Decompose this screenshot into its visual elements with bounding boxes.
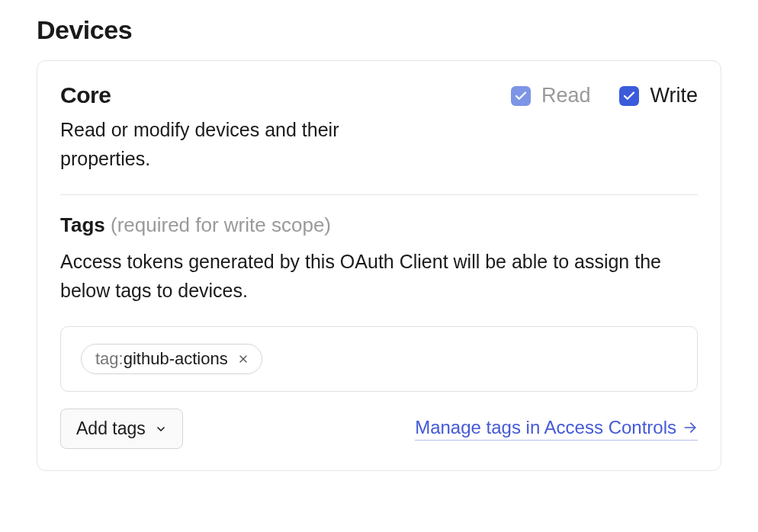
chevron-down-icon [155,423,167,435]
check-icon [622,89,636,103]
close-icon [237,353,249,365]
read-checkbox [511,86,531,106]
write-checkbox-item: Write [619,84,698,107]
write-checkbox[interactable] [619,86,639,106]
core-description: Read or modify devices and their propert… [60,116,426,173]
add-tags-label: Add tags [76,418,146,439]
actions-row: Add tags Manage tags in Access Controls [60,409,698,449]
tag-remove-button[interactable] [236,351,251,367]
arrow-right-icon [683,420,698,435]
check-icon [514,89,528,103]
core-title: Core [60,82,426,108]
tag-chip: tag:github-actions [81,344,262,374]
core-header: Core Read or modify devices and their pr… [60,82,698,173]
tags-description: Access tokens generated by this OAuth Cl… [60,248,698,305]
tag-value: github-actions [124,349,228,368]
permission-checkbox-group: Read Write [511,82,698,107]
tags-input-area[interactable]: tag:github-actions [60,326,698,392]
manage-link-label: Manage tags in Access Controls [415,417,676,438]
write-label: Write [650,84,698,107]
tag-prefix: tag: [95,349,124,368]
tags-header: Tags (required for write scope) [60,213,698,237]
read-checkbox-item: Read [511,84,591,107]
core-left: Core Read or modify devices and their pr… [60,82,426,173]
add-tags-button[interactable]: Add tags [60,409,183,449]
divider [60,194,698,195]
manage-tags-link[interactable]: Manage tags in Access Controls [415,417,698,441]
tags-hint: (required for write scope) [111,213,331,236]
section-title: Devices [37,15,721,45]
tags-label: Tags [60,213,105,236]
read-label: Read [541,84,591,107]
devices-card: Core Read or modify devices and their pr… [37,60,721,471]
